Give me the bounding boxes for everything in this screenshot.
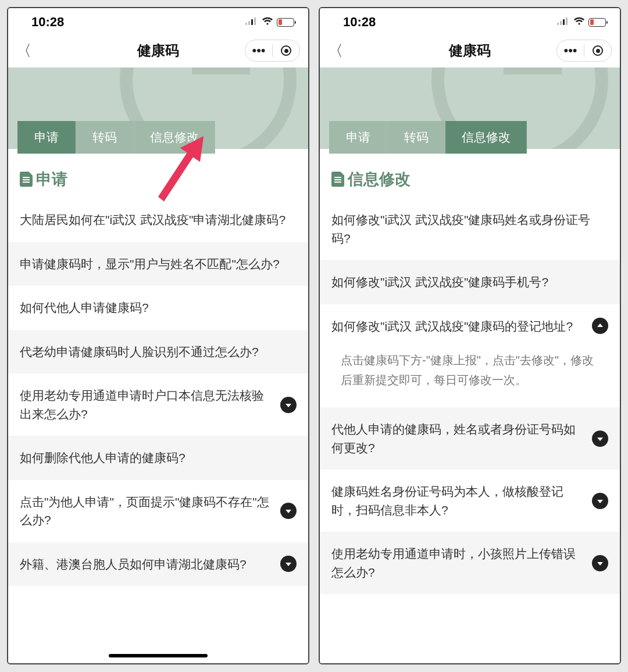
nav-bar: 〈 健康码 •••: [8, 34, 308, 67]
expand-button[interactable]: [280, 397, 297, 413]
qa-item[interactable]: 如何修改"i武汉 武汉战疫"健康码的登记地址?: [320, 304, 620, 349]
back-button[interactable]: 〈: [328, 41, 345, 61]
status-time: 10:28: [343, 15, 376, 30]
tab-edit-info[interactable]: 信息修改: [445, 121, 527, 154]
svg-rect-7: [566, 17, 568, 25]
qa-item[interactable]: 使用老幼专用通道申请时，小孩照片上传错误怎么办?: [320, 532, 620, 594]
tab-apply[interactable]: 申请: [17, 121, 76, 154]
qa-item[interactable]: 如何删除代他人申请的健康码?: [8, 436, 308, 480]
back-button[interactable]: 〈: [16, 41, 34, 61]
svg-rect-3: [254, 17, 256, 25]
section-title: 信息修改: [348, 169, 411, 190]
battery-icon: [588, 18, 606, 27]
capsule-menu-button[interactable]: •••: [557, 43, 584, 58]
status-bar: 10:28: [8, 8, 308, 34]
nav-title: 健康码: [449, 41, 491, 60]
svg-rect-4: [557, 23, 559, 25]
miniprogram-capsule: •••: [245, 40, 300, 62]
qa-item[interactable]: 健康码姓名身份证号码为本人，做核酸登记时，扫码信息非本人?: [320, 470, 620, 532]
qa-text: 使用老幼专用通道申请时户口本信息无法核验出来怎么办?: [20, 386, 272, 423]
qa-item[interactable]: 如何代他人申请健康码?: [8, 286, 308, 330]
qa-text: 如何修改"i武汉 武汉战疫"健康码手机号?: [331, 273, 608, 291]
target-icon: [281, 45, 291, 56]
home-indicator: [109, 654, 208, 657]
battery-icon: [277, 18, 294, 27]
expand-button[interactable]: [592, 493, 608, 509]
qa-item[interactable]: 使用老幼专用通道申请时户口本信息无法核验出来怎么办?: [8, 374, 308, 436]
target-icon: [593, 45, 603, 56]
expand-button[interactable]: [592, 555, 608, 571]
tab-edit-info[interactable]: 信息修改: [134, 121, 215, 154]
qa-text: 代他人申请的健康码，姓名或者身份证号码如何更改?: [331, 420, 584, 457]
signal-icon: [557, 17, 570, 27]
section-heading: 信息修改: [320, 154, 620, 198]
qa-text: 申请健康码时，显示"用户与姓名不匹配"怎么办?: [20, 255, 297, 273]
capsule-close-button[interactable]: [584, 45, 611, 56]
qa-list[interactable]: 如何修改"i武汉 武汉战疫"健康码姓名或身份证号码? 如何修改"i武汉 武汉战疫…: [320, 198, 620, 663]
collapse-button[interactable]: [592, 318, 608, 334]
section-title: 申请: [36, 169, 67, 190]
tab-transfer[interactable]: 转码: [387, 121, 445, 154]
svg-rect-2: [251, 19, 253, 25]
phone-right: 10:28 〈 健康码 ••• 申请 转码 信息修改 信息修改 如何修改"i武汉…: [319, 7, 621, 664]
nav-title: 健康码: [137, 41, 179, 60]
qa-text: 外籍、港澳台胞人员如何申请湖北健康码?: [20, 555, 272, 574]
status-icons: [557, 17, 606, 28]
document-icon: [331, 172, 344, 187]
qa-item[interactable]: 如何修改"i武汉 武汉战疫"健康码姓名或身份证号码?: [320, 198, 620, 260]
svg-rect-0: [245, 23, 247, 25]
wifi-icon: [573, 17, 585, 28]
qa-item[interactable]: 代他人申请的健康码，姓名或者身份证号码如何更改?: [320, 407, 620, 470]
qa-text: 大陆居民如何在"i武汉 武汉战疫"申请湖北健康码?: [20, 211, 297, 229]
tabs: 申请 转码 信息修改: [320, 121, 620, 154]
qa-text: 如何代他人申请健康码?: [20, 298, 297, 317]
chevron-down-icon: [597, 562, 603, 566]
tabs: 申请 转码 信息修改: [8, 121, 308, 154]
qa-item[interactable]: 外籍、港澳台胞人员如何申请湖北健康码?: [8, 542, 308, 586]
chevron-up-icon: [597, 323, 603, 327]
chevron-down-icon: [597, 438, 603, 441]
capsule-menu-button[interactable]: •••: [245, 43, 272, 58]
capsule-close-button[interactable]: [273, 45, 299, 56]
status-bar: 10:28: [320, 8, 620, 34]
miniprogram-capsule: •••: [556, 40, 612, 62]
svg-rect-5: [560, 21, 562, 25]
qa-item[interactable]: 如何修改"i武汉 武汉战疫"健康码手机号?: [320, 260, 620, 304]
phone-left: 10:28 〈 健康码 ••• 申请 转码 信息修改 申请 大陆居民如何在"i武…: [7, 7, 309, 664]
qa-item[interactable]: 代老幼申请健康码时人脸识别不通过怎么办?: [8, 330, 308, 374]
qa-text: 如何删除代他人申请的健康码?: [20, 449, 297, 467]
qa-text: 如何修改"i武汉 武汉战疫"健康码的登记地址?: [331, 317, 584, 336]
tab-transfer[interactable]: 转码: [76, 121, 134, 154]
qa-item[interactable]: 申请健康码时，显示"用户与姓名不匹配"怎么办?: [8, 242, 308, 286]
svg-rect-1: [248, 21, 250, 25]
expand-button[interactable]: [592, 431, 608, 447]
chevron-down-icon: [286, 510, 291, 513]
qa-text: 如何修改"i武汉 武汉战疫"健康码姓名或身份证号码?: [331, 211, 608, 247]
chevron-down-icon: [286, 404, 291, 407]
signal-icon: [245, 17, 258, 27]
section-heading: 申请: [8, 154, 308, 198]
qa-text: 点击"为他人申请"，页面提示"健康码不存在"怎么办?: [20, 493, 272, 529]
qa-text: 使用老幼专用通道申请时，小孩照片上传错误怎么办?: [331, 545, 584, 581]
chevron-down-icon: [597, 500, 603, 503]
chevron-down-icon: [286, 563, 291, 566]
qa-list[interactable]: 大陆居民如何在"i武汉 武汉战疫"申请湖北健康码? 申请健康码时，显示"用户与姓…: [8, 198, 308, 663]
qa-item[interactable]: 大陆居民如何在"i武汉 武汉战疫"申请湖北健康码?: [8, 198, 308, 242]
nav-bar: 〈 健康码 •••: [320, 34, 620, 67]
tab-apply[interactable]: 申请: [329, 121, 387, 154]
qa-item[interactable]: 点击"为他人申请"，页面提示"健康码不存在"怎么办?: [8, 480, 308, 542]
expand-button[interactable]: [280, 503, 297, 519]
svg-rect-6: [563, 19, 565, 25]
expand-button[interactable]: [280, 556, 297, 572]
status-time: 10:28: [31, 15, 64, 30]
wifi-icon: [262, 17, 273, 28]
status-icons: [245, 17, 294, 28]
qa-text: 代老幼申请健康码时人脸识别不通过怎么办?: [20, 343, 297, 361]
qa-text: 健康码姓名身份证号码为本人，做核酸登记时，扫码信息非本人?: [331, 482, 584, 519]
document-icon: [20, 172, 33, 187]
qa-answer: 点击健康码下方-"健康上报"，点击"去修改"，修改后重新提交即可，每日可修改一次…: [320, 348, 620, 407]
